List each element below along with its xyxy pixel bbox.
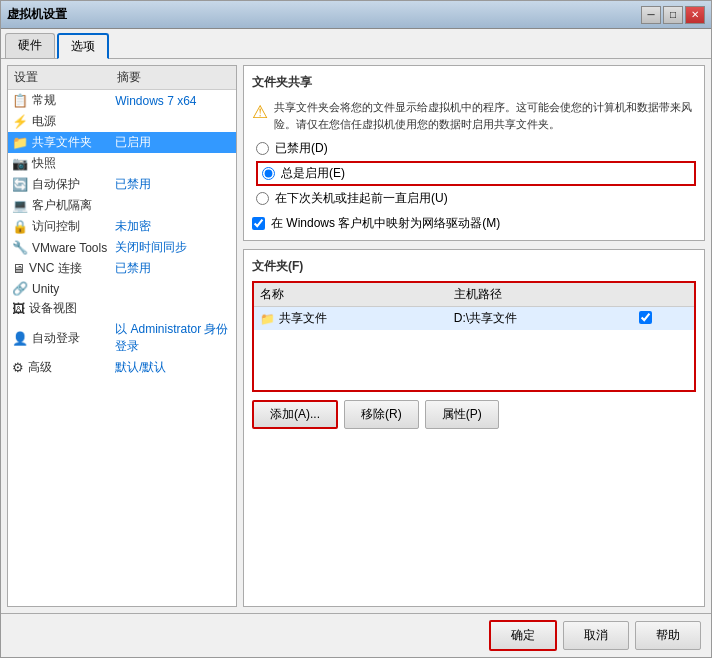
setting-icon: 📁 xyxy=(12,135,28,150)
main-content: 设置 摘要 📋 常规 Windows 7 x64 ⚡ 电源 📁 共享文件夹 已启… xyxy=(1,59,711,613)
folder-sharing-section: 文件夹共享 ⚠ 共享文件夹会将您的文件显示给虚拟机中的程序。这可能会使您的计算机… xyxy=(243,65,705,241)
radio-always-label: 总是启用(E) xyxy=(281,165,345,182)
setting-summary: 已启用 xyxy=(111,132,236,153)
setting-summary xyxy=(111,195,236,216)
setting-summary xyxy=(111,153,236,174)
map-drive-label: 在 Windows 客户机中映射为网络驱动器(M) xyxy=(271,215,500,232)
setting-summary: 未加密 xyxy=(111,216,236,237)
setting-name: 设备视图 xyxy=(29,300,77,317)
ok-button[interactable]: 确定 xyxy=(489,620,557,651)
setting-summary xyxy=(111,298,236,319)
radio-until-off-input[interactable] xyxy=(256,192,269,205)
settings-row[interactable]: 📁 共享文件夹 已启用 xyxy=(8,132,236,153)
setting-summary: 以 Administrator 身份登录 xyxy=(111,319,236,357)
setting-icon: ⚙ xyxy=(12,360,24,375)
folder-table: 名称 主机路径 📁 共享文件 D:\共享文件 xyxy=(254,283,694,330)
setting-summary: Windows 7 x64 xyxy=(111,90,236,112)
tab-hardware[interactable]: 硬件 xyxy=(5,33,55,58)
setting-icon: 🔗 xyxy=(12,281,28,296)
settings-row[interactable]: 🔧 VMware Tools 关闭时间同步 xyxy=(8,237,236,258)
folder-row-enabled[interactable] xyxy=(633,307,694,331)
setting-name: 快照 xyxy=(32,155,56,172)
close-button[interactable]: ✕ xyxy=(685,6,705,24)
setting-icon: 🖥 xyxy=(12,261,25,276)
setting-name: 电源 xyxy=(32,113,56,130)
setting-icon: 🔒 xyxy=(12,219,28,234)
settings-row[interactable]: 📋 常规 Windows 7 x64 xyxy=(8,90,236,112)
setting-name: 自动保护 xyxy=(32,176,80,193)
maximize-button[interactable]: □ xyxy=(663,6,683,24)
map-drive-checkbox[interactable]: 在 Windows 客户机中映射为网络驱动器(M) xyxy=(252,215,696,232)
folder-buttons: 添加(A)... 移除(R) 属性(P) xyxy=(252,400,696,429)
setting-icon: 📋 xyxy=(12,93,28,108)
sharing-radio-group: 已禁用(D) 总是启用(E) 在下次关机或挂起前一直启用(U) xyxy=(256,140,696,207)
setting-summary: 默认/默认 xyxy=(111,357,236,378)
right-panel: 文件夹共享 ⚠ 共享文件夹会将您的文件显示给虚拟机中的程序。这可能会使您的计算机… xyxy=(243,65,705,607)
folder-row-path: D:\共享文件 xyxy=(448,307,633,331)
folder-row[interactable]: 📁 共享文件 D:\共享文件 xyxy=(254,307,694,331)
radio-disabled-input[interactable] xyxy=(256,142,269,155)
radio-disabled[interactable]: 已禁用(D) xyxy=(256,140,696,157)
folders-title: 文件夹(F) xyxy=(252,258,696,275)
tab-bar: 硬件 选项 xyxy=(1,29,711,59)
main-window: 虚拟机设置 ─ □ ✕ 硬件 选项 设置 摘要 📋 常规 Windo xyxy=(0,0,712,658)
radio-always-input[interactable] xyxy=(262,167,275,180)
settings-row[interactable]: 🖼 设备视图 xyxy=(8,298,236,319)
settings-row[interactable]: 🔗 Unity xyxy=(8,279,236,298)
settings-row[interactable]: 💻 客户机隔离 xyxy=(8,195,236,216)
folders-section: 文件夹(F) 名称 主机路径 📁 共享文件 D:\共享文件 xyxy=(243,249,705,607)
setting-name: 共享文件夹 xyxy=(32,134,92,151)
title-bar: 虚拟机设置 ─ □ ✕ xyxy=(1,1,711,29)
warning-box: ⚠ 共享文件夹会将您的文件显示给虚拟机中的程序。这可能会使您的计算机和数据带来风… xyxy=(252,99,696,132)
folder-empty-area xyxy=(254,330,694,390)
minimize-button[interactable]: ─ xyxy=(641,6,661,24)
setting-icon: ⚡ xyxy=(12,114,28,129)
setting-summary: 已禁用 xyxy=(111,258,236,279)
settings-row[interactable]: 📷 快照 xyxy=(8,153,236,174)
setting-name: VMware Tools xyxy=(32,241,107,255)
settings-row[interactable]: 👤 自动登录 以 Administrator 身份登录 xyxy=(8,319,236,357)
properties-button[interactable]: 属性(P) xyxy=(425,400,499,429)
setting-icon: 🖼 xyxy=(12,301,25,316)
setting-summary: 已禁用 xyxy=(111,174,236,195)
folder-col-name: 名称 xyxy=(254,283,448,307)
warning-text: 共享文件夹会将您的文件显示给虚拟机中的程序。这可能会使您的计算机和数据带来风险。… xyxy=(274,99,696,132)
radio-until-off-label: 在下次关机或挂起前一直启用(U) xyxy=(275,190,448,207)
radio-always[interactable]: 总是启用(E) xyxy=(262,165,690,182)
tab-options[interactable]: 选项 xyxy=(57,33,109,59)
settings-row[interactable]: 🔄 自动保护 已禁用 xyxy=(8,174,236,195)
settings-row[interactable]: ⚙ 高级 默认/默认 xyxy=(8,357,236,378)
settings-row[interactable]: 🖥 VNC 连接 已禁用 xyxy=(8,258,236,279)
folder-table-container: 名称 主机路径 📁 共享文件 D:\共享文件 xyxy=(252,281,696,392)
remove-button[interactable]: 移除(R) xyxy=(344,400,419,429)
help-button[interactable]: 帮助 xyxy=(635,621,701,650)
radio-until-off[interactable]: 在下次关机或挂起前一直启用(U) xyxy=(256,190,696,207)
setting-summary: 关闭时间同步 xyxy=(111,237,236,258)
col-settings: 设置 xyxy=(8,66,111,90)
col-summary: 摘要 xyxy=(111,66,236,90)
setting-icon: 📷 xyxy=(12,156,28,171)
radio-disabled-label: 已禁用(D) xyxy=(275,140,328,157)
settings-row[interactable]: ⚡ 电源 xyxy=(8,111,236,132)
setting-name: 客户机隔离 xyxy=(32,197,92,214)
setting-name: 自动登录 xyxy=(32,330,80,347)
bottom-bar: 确定 取消 帮助 xyxy=(1,613,711,657)
setting-icon: 💻 xyxy=(12,198,28,213)
folder-sharing-title: 文件夹共享 xyxy=(252,74,696,91)
add-button[interactable]: 添加(A)... xyxy=(252,400,338,429)
setting-name: Unity xyxy=(32,282,59,296)
folder-enabled-checkbox[interactable] xyxy=(639,311,652,324)
warning-icon: ⚠ xyxy=(252,99,268,132)
folder-col-enabled xyxy=(633,283,694,307)
title-bar-buttons: ─ □ ✕ xyxy=(641,6,705,24)
setting-icon: 🔄 xyxy=(12,177,28,192)
settings-row[interactable]: 🔒 访问控制 未加密 xyxy=(8,216,236,237)
setting-summary xyxy=(111,279,236,298)
setting-name: 访问控制 xyxy=(32,218,80,235)
setting-icon: 🔧 xyxy=(12,240,28,255)
map-drive-input[interactable] xyxy=(252,217,265,230)
folder-col-path: 主机路径 xyxy=(448,283,633,307)
setting-name: 高级 xyxy=(28,359,52,376)
cancel-button[interactable]: 取消 xyxy=(563,621,629,650)
settings-list: 设置 摘要 📋 常规 Windows 7 x64 ⚡ 电源 📁 共享文件夹 已启… xyxy=(7,65,237,607)
